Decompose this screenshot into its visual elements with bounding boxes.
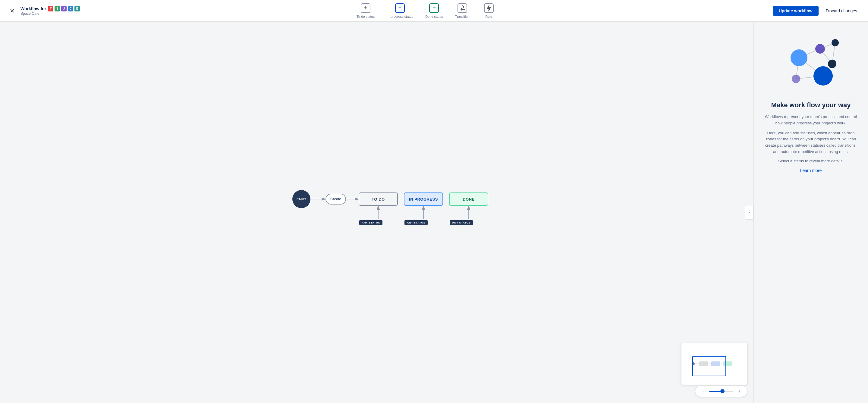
rule-icon	[486, 5, 492, 11]
workflow-title-top: Workflow for T S J C B	[21, 6, 80, 11]
zoom-slider[interactable]	[709, 391, 733, 392]
svg-point-22	[790, 49, 807, 66]
diagram-container: START Create TO DO IN PROGRESS DONE	[292, 166, 503, 250]
rule-button[interactable]: Rule	[477, 1, 501, 21]
inprogress-label: IN PROGRESS	[409, 197, 438, 201]
close-button[interactable]: ✕	[7, 6, 17, 16]
header: ✕ Workflow for T S J C B Space Cafe + To…	[0, 0, 868, 22]
inprogress-status-button[interactable]: + In-progress status	[382, 1, 418, 21]
svg-rect-8	[711, 362, 720, 366]
collapse-panel-button[interactable]: ›	[745, 205, 753, 220]
transition-button[interactable]: Transition	[450, 1, 474, 21]
todo-node[interactable]: TO DO	[359, 193, 398, 206]
any-status-inprogress: ANY STATUS	[404, 220, 428, 225]
svg-point-26	[813, 66, 833, 86]
svg-point-24	[815, 44, 825, 54]
todo-status-button[interactable]: + To-do status	[352, 1, 379, 21]
todo-status-label: To-do status	[356, 15, 375, 19]
discard-changes-button[interactable]: Discard changes	[822, 6, 861, 16]
svg-rect-9	[723, 362, 733, 366]
update-workflow-button[interactable]: Update workflow	[773, 6, 818, 16]
minimap-svg	[684, 346, 744, 382]
any-status-todo: ANY STATUS	[359, 220, 382, 225]
inprogress-status-icon-wrap: +	[395, 3, 405, 13]
app-icon-5: B	[74, 6, 80, 11]
todo-label: TO DO	[372, 197, 384, 201]
minimap	[681, 343, 747, 385]
done-status-icon: +	[433, 5, 436, 11]
inprogress-status-label: In-progress status	[387, 15, 413, 19]
zoom-controls: − +	[695, 385, 747, 397]
inprogress-status-icon: +	[398, 5, 402, 11]
svg-point-25	[792, 75, 800, 83]
create-label: Create	[330, 197, 341, 201]
collapse-icon: ›	[748, 210, 750, 215]
rule-label: Rule	[486, 15, 493, 19]
svg-point-27	[828, 60, 836, 68]
inprogress-node[interactable]: IN PROGRESS	[404, 193, 443, 206]
panel-title: Make work flow your way	[771, 101, 850, 109]
project-name: Space Cafe	[21, 11, 80, 16]
workflow-diagram: START Create TO DO IN PROGRESS DONE	[292, 166, 503, 250]
toolbar: + To-do status + In-progress status + Do…	[352, 1, 501, 21]
workflow-for-label: Workflow for	[21, 6, 46, 11]
any-status-done: ANY STATUS	[450, 220, 473, 225]
done-status-label: Done status	[425, 15, 443, 19]
learn-more-link[interactable]: Learn more	[800, 168, 822, 173]
arrows-svg	[292, 166, 503, 250]
right-panel: Make work flow your way Workflows repres…	[753, 22, 868, 403]
zoom-in-icon: +	[738, 389, 741, 394]
canvas-area[interactable]: START Create TO DO IN PROGRESS DONE	[0, 22, 753, 403]
done-status-icon-wrap: +	[429, 3, 439, 13]
transition-icon	[459, 5, 466, 11]
todo-status-icon-wrap: +	[361, 3, 370, 13]
done-node[interactable]: DONE	[449, 193, 488, 206]
svg-point-23	[832, 39, 839, 46]
app-icons: T S J C B	[48, 6, 80, 11]
transition-label: Transition	[455, 15, 470, 19]
todo-status-icon: +	[364, 5, 367, 11]
svg-rect-7	[699, 362, 708, 366]
panel-description-2: Here, you can add statuses, which appear…	[764, 130, 858, 155]
app-icon-1: T	[48, 6, 53, 11]
zoom-in-button[interactable]: +	[736, 388, 743, 395]
start-node: START	[292, 190, 310, 208]
zoom-thumb	[720, 389, 724, 393]
minimap-inner	[681, 343, 747, 384]
app-icon-4: C	[68, 6, 73, 11]
main-layout: START Create TO DO IN PROGRESS DONE	[0, 22, 868, 403]
zoom-out-button[interactable]: −	[700, 388, 707, 395]
create-node[interactable]: Create	[326, 194, 346, 204]
done-label: DONE	[463, 197, 475, 201]
header-left: ✕ Workflow for T S J C B Space Cafe	[7, 6, 80, 16]
panel-description-1: Workflows represent your team's process …	[764, 114, 858, 127]
done-status-button[interactable]: + Done status	[421, 1, 448, 21]
rule-icon-wrap	[484, 3, 494, 13]
zoom-out-icon: −	[702, 389, 704, 394]
svg-point-6	[692, 362, 695, 365]
app-icon-2: S	[55, 6, 60, 11]
network-svg	[775, 34, 847, 94]
panel-select-hint: Select a status to reveal more details.	[778, 159, 844, 163]
transition-icon-wrap	[458, 3, 467, 13]
network-illustration	[775, 34, 847, 94]
header-right: Update workflow Discard changes	[773, 6, 861, 16]
workflow-title: Workflow for T S J C B Space Cafe	[21, 6, 80, 16]
app-icon-3: J	[61, 6, 67, 11]
svg-rect-13	[692, 356, 726, 376]
